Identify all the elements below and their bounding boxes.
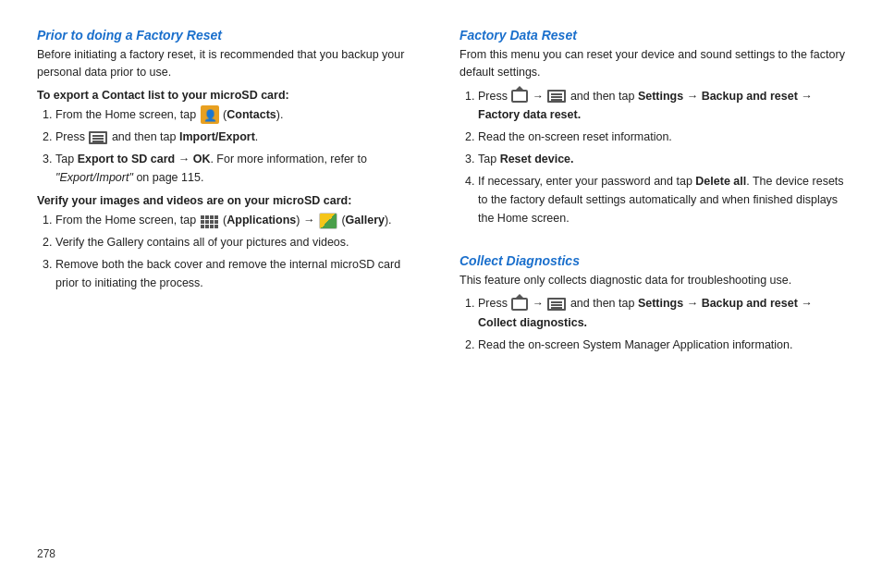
left-column: Prior to doing a Factory Reset Before in…: [37, 28, 423, 560]
contacts-icon: [201, 105, 219, 124]
collect-step-2-text: Read the on-screen System Manager Applic…: [478, 338, 792, 351]
factory-step-3-text: Tap Reset device.: [478, 153, 574, 165]
arrow-2: →: [533, 295, 544, 312]
collect-step-1-text2: and then tap Settings → Backup and reset…: [478, 297, 813, 328]
collect-diagnostics-steps: Press → and then tap Settings → Backup a…: [478, 294, 845, 353]
prior-factory-reset-intro: Before initiating a factory reset, it is…: [37, 46, 423, 81]
verify-step-1-text1: From the Home screen, tap: [55, 214, 200, 227]
menu-icon-2: [547, 90, 566, 103]
factory-step-1-text1: Press: [478, 90, 510, 103]
arrow-1: →: [533, 88, 544, 105]
factory-step-2-text: Read the on-screen reset information.: [478, 130, 672, 143]
export-step-2-text2: and then tap Import/Export.: [112, 130, 258, 143]
export-step-3-text: Tap Export to SD card → OK. For more inf…: [55, 153, 367, 184]
factory-step-3: Tap Reset device.: [478, 150, 845, 168]
verify-step-3-text: Remove both the back cover and remove th…: [55, 258, 400, 289]
verify-step-1-text3: (Gallery).: [341, 214, 391, 227]
verify-images-label: Verify your images and videos are on you…: [37, 194, 423, 207]
collect-step-1-text1: Press: [478, 297, 510, 310]
page: Prior to doing a Factory Reset Before in…: [0, 0, 882, 588]
factory-step-4-text: If necessary, enter your password and ta…: [478, 175, 844, 225]
export-step-1-text2: (Contacts).: [223, 108, 283, 121]
factory-step-1: Press → and then tap Settings → Backup a…: [478, 87, 845, 124]
factory-data-reset-section: Factory Data Reset From this menu you ca…: [459, 28, 845, 231]
two-column-layout: Prior to doing a Factory Reset Before in…: [37, 28, 845, 560]
verify-step-1: From the Home screen, tap (Applications)…: [55, 211, 423, 229]
export-contact-label: To export a Contact list to your microSD…: [37, 89, 423, 102]
export-step-1-text1: From the Home screen, tap: [55, 108, 200, 121]
export-step-2: Press and then tap Import/Export.: [55, 128, 423, 146]
home-icon-2: [511, 298, 528, 311]
collect-step-1: Press → and then tap Settings → Backup a…: [478, 294, 845, 331]
collect-diagnostics-title: Collect Diagnostics: [459, 253, 845, 268]
verify-images-steps: From the Home screen, tap (Applications)…: [55, 211, 423, 292]
verify-step-2-text: Verify the Gallery contains all of your …: [55, 236, 349, 249]
verify-step-1-text2: (Applications) →: [223, 214, 318, 227]
page-number: 278: [37, 533, 423, 560]
verify-step-2: Verify the Gallery contains all of your …: [55, 233, 423, 251]
export-step-3: Tap Export to SD card → OK. For more inf…: [55, 150, 423, 187]
factory-data-reset-intro: From this menu you can reset your device…: [459, 46, 845, 81]
factory-step-1-text2: and then tap Settings → Backup and reset…: [478, 90, 813, 121]
export-step-2-text1: Press: [55, 130, 88, 143]
verify-step-3: Remove both the back cover and remove th…: [55, 255, 423, 292]
factory-data-reset-title: Factory Data Reset: [459, 28, 845, 43]
apps-grid: [201, 215, 219, 228]
export-contact-subsection: To export a Contact list to your microSD…: [37, 89, 423, 188]
prior-factory-reset-title: Prior to doing a Factory Reset: [37, 28, 423, 43]
menu-icon-1: [89, 131, 107, 144]
collect-diagnostics-section: Collect Diagnostics This feature only co…: [459, 253, 845, 358]
collect-diagnostics-intro: This feature only collects diagnostic da…: [459, 272, 845, 289]
export-step-1: From the Home screen, tap (Contacts).: [55, 105, 423, 125]
factory-step-2: Read the on-screen reset information.: [478, 128, 845, 146]
export-contact-steps: From the Home screen, tap (Contacts). Pr…: [55, 105, 423, 188]
menu-icon-3: [547, 298, 566, 311]
verify-images-subsection: Verify your images and videos are on you…: [37, 194, 423, 292]
factory-step-4: If necessary, enter your password and ta…: [478, 172, 845, 227]
factory-data-reset-steps: Press → and then tap Settings → Backup a…: [478, 87, 845, 227]
home-icon-1: [511, 90, 528, 103]
gallery-icon: [319, 213, 337, 229]
collect-step-2: Read the on-screen System Manager Applic…: [478, 336, 845, 354]
prior-factory-reset-section: Prior to doing a Factory Reset Before in…: [37, 28, 423, 296]
apps-icon: [201, 214, 219, 227]
right-column: Factory Data Reset From this menu you ca…: [459, 28, 845, 560]
